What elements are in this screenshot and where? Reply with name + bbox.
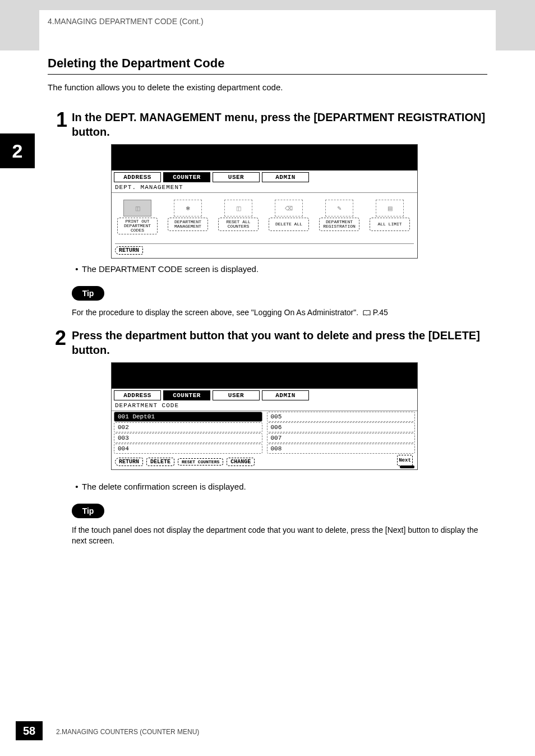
step-1-number: 1: [56, 108, 67, 132]
delete-all-label: DELETE ALL: [269, 218, 309, 231]
document-page: 4.MANAGING DEPARTMENT CODE (Cont.) Delet…: [0, 0, 535, 756]
dept-row-007[interactable]: 007: [267, 433, 416, 443]
department-registration-button[interactable]: ✎ DEPARTMENT REGISTRATION: [319, 200, 359, 240]
step-1-bullet: •The DEPARTMENT CODE screen is displayed…: [72, 264, 259, 274]
tip-1-page-ref: P.45: [373, 308, 388, 317]
reset-counters-icon: ◫: [224, 200, 252, 216]
screenshot-body: ◫ PRINT OUT DEPARTMENT CODES ✱ DEPARTMEN…: [112, 193, 417, 243]
printout-icon: ◫: [123, 200, 151, 216]
delete-all-icon: ⌫: [275, 200, 303, 216]
screenshot-dept-management: ADDRESS COUNTER USER ADMIN DEPT. MANAGEM…: [111, 144, 418, 259]
dept-row-001-name: Dept01: [132, 413, 155, 420]
dept-row-005-id: 005: [271, 413, 282, 420]
section-intro: The function allows you to delete the ex…: [48, 82, 283, 92]
reset-counters-button-2[interactable]: RESET COUNTERS: [178, 458, 223, 465]
screenshot-title-bar: [112, 145, 417, 170]
dept-row-006-id: 006: [271, 424, 282, 431]
step-2-bullet-text: The delete confirmation screen is displa…: [82, 482, 246, 491]
screenshot-tab-row: ADDRESS COUNTER USER ADMIN: [112, 170, 417, 182]
page-footer: 58 2.MANAGING COUNTERS (COUNTER MENU): [0, 721, 535, 740]
change-button[interactable]: CHANGE: [227, 458, 255, 466]
dept-row-007-id: 007: [271, 435, 282, 441]
tab-admin-2[interactable]: ADMIN: [262, 390, 309, 400]
dept-row-001[interactable]: 001 Dept01: [114, 412, 262, 422]
screenshot2-footer: RETURN DELETE RESET COUNTERS CHANGE Next: [112, 454, 417, 469]
tab-user-2[interactable]: USER: [213, 390, 260, 400]
dept-row-004[interactable]: 004: [114, 444, 262, 454]
dept-row-002[interactable]: 002: [114, 422, 262, 432]
all-limit-button[interactable]: ▤ ALL LIMIT: [370, 200, 410, 240]
dept-row-008[interactable]: 008: [267, 444, 416, 454]
reset-all-counters-button[interactable]: ◫ RESET ALL COUNTERS: [218, 200, 259, 240]
tip-badge: Tip: [72, 286, 104, 301]
screenshot2-subheader: DEPARTMENT CODE: [112, 400, 417, 411]
tip-badge-2: Tip: [72, 504, 104, 518]
screenshot-department-code: ADDRESS COUNTER USER ADMIN DEPARTMENT CO…: [111, 362, 418, 470]
tab-address-2[interactable]: ADDRESS: [114, 390, 161, 400]
dept-list-right-col: 005 006 007 008: [265, 411, 418, 454]
step-2-number: 2: [55, 326, 66, 350]
tab-counter[interactable]: COUNTER: [163, 172, 210, 182]
dept-row-003-id: 003: [118, 435, 129, 441]
section-title: Deleting the Department Code: [48, 56, 487, 75]
dept-mgmt-icon: ✱: [174, 200, 202, 216]
dept-list-left-col: 001 Dept01 002 003 004: [112, 411, 265, 454]
dept-row-008-id: 008: [271, 445, 282, 452]
screenshot2-tab-row: ADDRESS COUNTER USER ADMIN: [112, 389, 417, 400]
delete-button[interactable]: DELETE: [146, 458, 174, 466]
dept-mgmt-label: DEPARTMENT MANAGEMENT: [168, 218, 208, 231]
reset-counters-label: RESET ALL COUNTERS: [218, 218, 259, 231]
dept-row-003[interactable]: 003: [114, 433, 262, 443]
bullet-icon: •: [72, 264, 82, 274]
tip-2-text: If the touch panel does not display the …: [72, 525, 479, 546]
screenshot-subheader: DEPT. MANAGEMENT: [112, 182, 417, 193]
book-icon: [363, 310, 371, 316]
next-button-shadow: [400, 465, 414, 468]
print-out-label: PRINT OUT DEPARTMENT CODES: [117, 218, 158, 234]
dept-registration-icon: ✎: [325, 200, 353, 216]
dept-registration-label: DEPARTMENT REGISTRATION: [319, 218, 359, 231]
step-2-instruction: Press the department button that you wan…: [72, 328, 487, 357]
screenshot2-title-bar: [112, 363, 417, 389]
department-management-button[interactable]: ✱ DEPARTMENT MANAGEMENT: [168, 200, 208, 240]
header-white-inset: [39, 10, 496, 50]
return-button[interactable]: RETURN: [115, 246, 143, 255]
dept-row-001-id: 001: [118, 413, 129, 420]
dept-row-006[interactable]: 006: [267, 422, 416, 432]
bullet-icon-2: •: [72, 482, 82, 491]
delete-all-button[interactable]: ⌫ DELETE ALL: [269, 200, 309, 240]
page-number: 58: [16, 721, 43, 740]
next-button[interactable]: Next: [397, 455, 413, 466]
dept-row-004-id: 004: [118, 445, 129, 452]
all-limit-label: ALL LIMIT: [370, 218, 410, 231]
step-1-instruction: In the DEPT. MANAGEMENT menu, press the …: [72, 110, 487, 139]
tab-counter-2[interactable]: COUNTER: [163, 390, 210, 400]
return-button-2[interactable]: RETURN: [115, 458, 143, 466]
footer-chapter-text: 2.MANAGING COUNTERS (COUNTER MENU): [56, 728, 199, 736]
dept-row-005[interactable]: 005: [267, 412, 416, 422]
step-2-bullet: •The delete confirmation screen is displ…: [72, 482, 246, 491]
tab-user[interactable]: USER: [213, 172, 260, 182]
tab-address[interactable]: ADDRESS: [114, 172, 161, 182]
tab-admin[interactable]: ADMIN: [262, 172, 309, 182]
chapter-tab: 2: [0, 133, 35, 168]
department-list: 001 Dept01 002 003 004 005 006 007 008: [112, 411, 417, 454]
tip-1-text: For the procedure to display the screen …: [72, 307, 487, 318]
tip-1-text-pre: For the procedure to display the screen …: [72, 308, 358, 317]
dept-row-002-id: 002: [118, 424, 129, 431]
step-1-bullet-text: The DEPARTMENT CODE screen is displayed.: [82, 264, 259, 274]
breadcrumb: 4.MANAGING DEPARTMENT CODE (Cont.): [48, 17, 204, 26]
all-limit-icon: ▤: [376, 200, 404, 216]
screenshot-footer: RETURN: [112, 244, 417, 258]
print-out-dept-codes-button[interactable]: ◫ PRINT OUT DEPARTMENT CODES: [117, 200, 158, 240]
